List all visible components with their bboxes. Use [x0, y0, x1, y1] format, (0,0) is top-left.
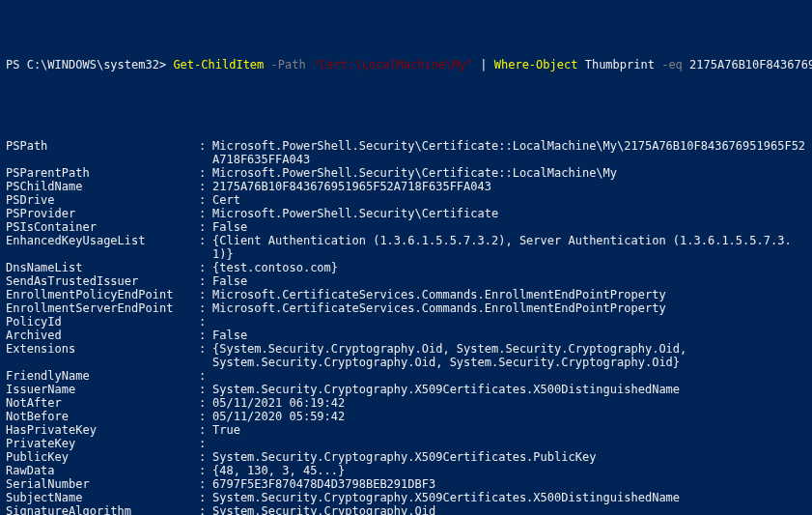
property-separator: :: [199, 342, 212, 369]
property-row: PSIsContainer : False: [6, 220, 806, 234]
property-separator: :: [199, 288, 212, 301]
property-value: Cert: [212, 193, 806, 207]
property-separator: :: [199, 369, 212, 383]
property-row: FriendlyName :: [6, 369, 806, 383]
property-row: DnsNameList : {test.contoso.com}: [6, 261, 806, 274]
property-separator: :: [199, 234, 212, 261]
property-value: Microsoft.PowerShell.Security\Certificat…: [212, 166, 806, 180]
command-line[interactable]: PS C:\WINDOWS\system32> Get-ChildItem -P…: [6, 58, 806, 72]
property-label: PublicKey: [6, 450, 199, 464]
property-row: PSDrive : Cert: [6, 193, 806, 207]
property-separator: :: [199, 193, 212, 207]
property-value: False: [212, 274, 806, 288]
property-label: SubjectName: [6, 491, 199, 504]
property-row: EnhancedKeyUsageList : {Client Authentic…: [6, 234, 806, 261]
property-value: Microsoft.CertificateServices.Commands.E…: [212, 301, 806, 315]
property-label: DnsNameList: [6, 261, 199, 274]
param-thumb: Thumbprint: [577, 58, 661, 72]
property-separator: :: [199, 329, 212, 342]
property-label: EnhancedKeyUsageList: [6, 234, 199, 261]
property-row: PrivateKey :: [6, 437, 806, 450]
property-separator: :: [199, 139, 212, 166]
property-separator: :: [199, 504, 212, 515]
property-separator: :: [199, 261, 212, 274]
property-separator: :: [199, 274, 212, 288]
property-value: [212, 315, 806, 329]
property-row: PublicKey : System.Security.Cryptography…: [6, 450, 806, 464]
property-separator: :: [199, 166, 212, 180]
property-row: PSPath : Microsoft.PowerShell.Security\C…: [6, 139, 806, 166]
ps-prompt: PS C:\WINDOWS\system32>: [6, 58, 173, 72]
property-label: RawData: [6, 464, 199, 477]
property-value: False: [212, 329, 806, 342]
property-separator: :: [199, 410, 212, 423]
property-label: PSDrive: [6, 193, 199, 207]
property-value: 2175A76B10F843676951965F52A718F635FFA043: [212, 180, 806, 193]
property-row: PSProvider : Microsoft.PowerShell.Securi…: [6, 207, 806, 220]
property-separator: :: [199, 180, 212, 193]
param-path: -Path: [264, 58, 313, 72]
property-label: PSPath: [6, 139, 199, 166]
property-value: System.Security.Cryptography.X509Certifi…: [212, 450, 806, 464]
property-separator: :: [199, 477, 212, 491]
property-value: False: [212, 220, 806, 234]
property-separator: :: [199, 450, 212, 464]
property-separator: :: [199, 464, 212, 477]
property-value: System.Security.Cryptography.Oid: [212, 504, 806, 515]
property-value: [212, 369, 806, 383]
property-label: IssuerName: [6, 383, 199, 396]
property-row: SignatureAlgorithm : System.Security.Cry…: [6, 504, 806, 515]
property-value: {48, 130, 3, 45...}: [212, 464, 806, 477]
property-row: Extensions : {System.Security.Cryptograp…: [6, 342, 806, 369]
property-label: PSIsContainer: [6, 220, 199, 234]
cmd-getchilditem: Get-ChildItem: [173, 58, 264, 72]
property-value: Microsoft.PowerShell.Security\Certificat…: [212, 207, 806, 220]
property-value: 05/11/2021 06:19:42: [212, 396, 806, 410]
property-separator: :: [199, 396, 212, 410]
property-row: EnrollmentServerEndPoint : Microsoft.Cer…: [6, 301, 806, 315]
arg-certpath: "Cert:\LocalMachine\My": [313, 58, 473, 72]
property-row: PolicyId :: [6, 315, 806, 329]
property-row: RawData : {48, 130, 3, 45...}: [6, 464, 806, 477]
property-label: Extensions: [6, 342, 199, 369]
property-label: PSProvider: [6, 207, 199, 220]
property-row: HasPrivateKey : True: [6, 423, 806, 437]
property-value: True: [212, 423, 806, 437]
property-value: 05/11/2020 05:59:42: [212, 410, 806, 423]
property-label: EnrollmentServerEndPoint: [6, 301, 199, 315]
property-label: SerialNumber: [6, 477, 199, 491]
property-separator: :: [199, 315, 212, 329]
property-label: EnrollmentPolicyEndPoint: [6, 288, 199, 301]
property-separator: :: [199, 383, 212, 396]
property-value: {System.Security.Cryptography.Oid, Syste…: [212, 342, 806, 369]
property-row: Archived : False: [6, 329, 806, 342]
property-label: SendAsTrustedIssuer: [6, 274, 199, 288]
property-value: System.Security.Cryptography.X509Certifi…: [212, 491, 806, 504]
property-value: Microsoft.PowerShell.Security\Certificat…: [212, 139, 806, 166]
property-row: SerialNumber : 6797F5E3F870478D4D3798BEB…: [6, 477, 806, 491]
property-label: SignatureAlgorithm: [6, 504, 199, 515]
property-label: PrivateKey: [6, 437, 199, 450]
property-label: HasPrivateKey: [6, 423, 199, 437]
property-label: NotBefore: [6, 410, 199, 423]
property-value: 6797F5E3F870478D4D3798BEB291DBF3: [212, 477, 806, 491]
property-value: {Client Authentication (1.3.6.1.5.5.7.3.…: [212, 234, 806, 261]
property-separator: :: [199, 437, 212, 450]
blank-line: [6, 112, 806, 126]
blank-line: [6, 85, 806, 99]
pipe-1: |: [473, 58, 494, 72]
property-row: SendAsTrustedIssuer : False: [6, 274, 806, 288]
arg-thumb: 2175A76B10F843676951965F52A718F635FFA043: [689, 58, 812, 72]
property-row: SubjectName : System.Security.Cryptograp…: [6, 491, 806, 504]
property-separator: :: [199, 220, 212, 234]
property-value: [212, 437, 806, 450]
property-label: PolicyId: [6, 315, 199, 329]
property-separator: :: [199, 301, 212, 315]
output-properties[interactable]: PSPath : Microsoft.PowerShell.Security\C…: [6, 139, 806, 515]
property-separator: :: [199, 423, 212, 437]
property-separator: :: [199, 491, 212, 504]
property-value: Microsoft.CertificateServices.Commands.E…: [212, 288, 806, 301]
property-label: PSChildName: [6, 180, 199, 193]
property-label: PSParentPath: [6, 166, 199, 180]
property-row: IssuerName : System.Security.Cryptograph…: [6, 383, 806, 396]
